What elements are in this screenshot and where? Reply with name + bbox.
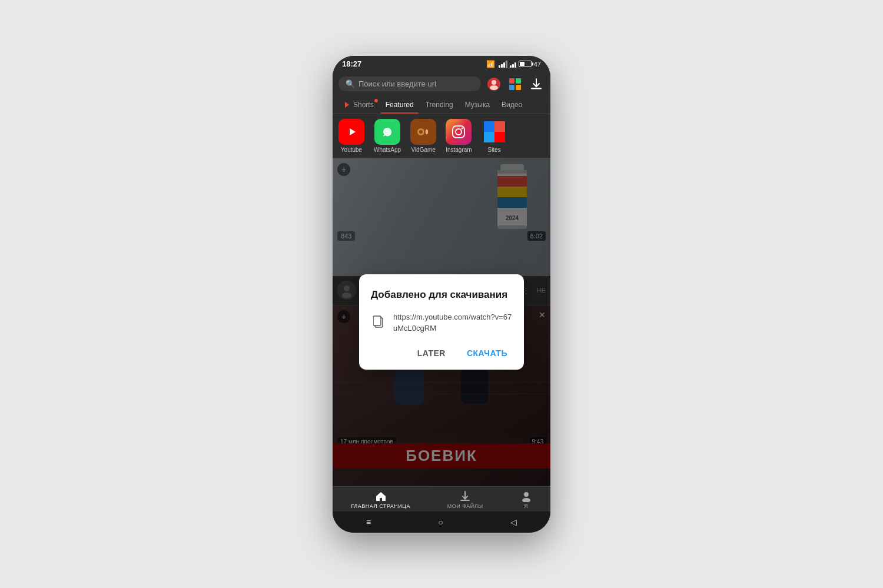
svg-point-2 [490,85,498,90]
svg-point-1 [492,80,496,85]
modal-url: https://m.youtube.com/watch?v=67uMcL0cgR… [393,311,512,334]
modal-url-row: https://m.youtube.com/watch?v=67uMcL0cgR… [371,311,512,334]
bg-content: 2024 + 843 8:02 [333,158,550,486]
lte-bars [510,61,516,68]
content-area: 2024 + 843 8:02 [333,158,550,486]
signal-bars [499,61,507,68]
whatsapp-icon [374,119,400,145]
svg-rect-41 [373,316,381,325]
vidgame-label: VidGame [411,147,436,153]
phone-screen: 18:27 📶 47 [333,56,550,533]
copy-icon [371,313,387,331]
download-icon[interactable] [528,76,545,92]
svg-point-44 [522,498,530,502]
modal-title: Добавлено для скачивания [371,288,512,301]
search-icon: 🔍 [346,79,355,88]
svg-rect-21 [494,132,505,142]
app-whatsapp[interactable]: WhatsApp [374,119,401,153]
sites-label: Sites [487,147,500,153]
search-placeholder: Поиск или введите url [358,79,436,88]
youtube-icon [338,119,364,145]
tabs-bar: Shorts Featured Trending Музыка Видео [333,96,550,114]
svg-point-16 [456,129,462,135]
svg-point-13 [419,130,423,134]
home-icon [375,490,387,502]
sites-icon [482,119,507,145]
battery-icon [519,61,532,67]
app-instagram[interactable]: Instagram [446,119,472,153]
android-home-btn[interactable]: ○ [438,517,443,527]
status-time: 18:27 [342,59,361,68]
nav-files[interactable]: МОИ ФАЙЛЫ [447,490,483,509]
svg-rect-14 [426,129,428,134]
nav-home-label: ГЛАВНАЯ СТРАНИЦА [351,503,410,509]
instagram-icon [446,119,472,145]
svg-rect-20 [484,132,494,142]
status-bar: 18:27 📶 47 [333,56,550,72]
status-icons: 📶 47 [486,60,541,68]
modal-actions: LATER СКАЧАТЬ [371,346,512,360]
whatsapp-label: WhatsApp [374,147,401,153]
files-icon [459,490,471,502]
android-menu-btn[interactable]: ≡ [366,517,371,527]
profile-icon [520,490,532,502]
svg-rect-42 [460,500,470,501]
app-youtube[interactable]: Youtube [338,119,364,153]
tab-video[interactable]: Видео [497,96,527,114]
nav-home[interactable]: ГЛАВНАЯ СТРАНИЦА [351,490,410,509]
avatar-icon[interactable] [486,76,502,92]
android-nav: ≡ ○ ◁ [333,511,550,533]
android-back-btn[interactable]: ◁ [510,517,517,527]
modal-dialog: Добавлено для скачивания https://m.youtu… [359,274,524,369]
svg-rect-5 [509,85,514,90]
instagram-label: Instagram [446,147,472,153]
svg-rect-6 [516,85,521,90]
svg-rect-18 [484,121,494,132]
toolbar-icons [486,76,545,92]
app-vidgame[interactable]: VidGame [410,119,436,153]
phone-frame: 18:27 📶 47 [333,56,550,533]
svg-point-17 [462,127,463,129]
grid-icon[interactable] [507,76,523,92]
svg-rect-19 [494,121,505,132]
bottom-nav: ГЛАВНАЯ СТРАНИЦА МОИ ФАЙЛЫ Я [333,486,550,511]
tab-trending[interactable]: Trending [421,96,458,114]
search-input-area[interactable]: 🔍 Поиск или введите url [338,77,481,91]
later-button[interactable]: LATER [413,346,450,360]
tab-featured[interactable]: Featured [381,96,419,114]
app-sites[interactable]: Sites [482,119,507,153]
download-button[interactable]: СКАЧАТЬ [462,346,512,360]
svg-rect-3 [509,78,514,84]
svg-rect-7 [531,88,542,89]
modal-overlay: Добавлено для скачивания https://m.youtu… [333,158,550,486]
nav-profile-label: Я [524,503,528,509]
nav-files-label: МОИ ФАЙЛЫ [447,503,483,509]
svg-point-43 [524,492,529,497]
battery-percent: 47 [534,61,541,68]
tab-music[interactable]: Музыка [460,96,494,114]
youtube-label: Youtube [341,147,362,153]
app-shortcuts: Youtube WhatsApp [333,114,550,158]
shorts-dot [374,99,378,102]
vidgame-icon [410,119,436,145]
svg-rect-4 [516,78,521,84]
search-bar: 🔍 Поиск или введите url [333,72,550,96]
nav-profile[interactable]: Я [520,490,532,509]
wifi-icon: 📶 [486,60,495,68]
tab-shorts[interactable]: Shorts [337,96,379,114]
